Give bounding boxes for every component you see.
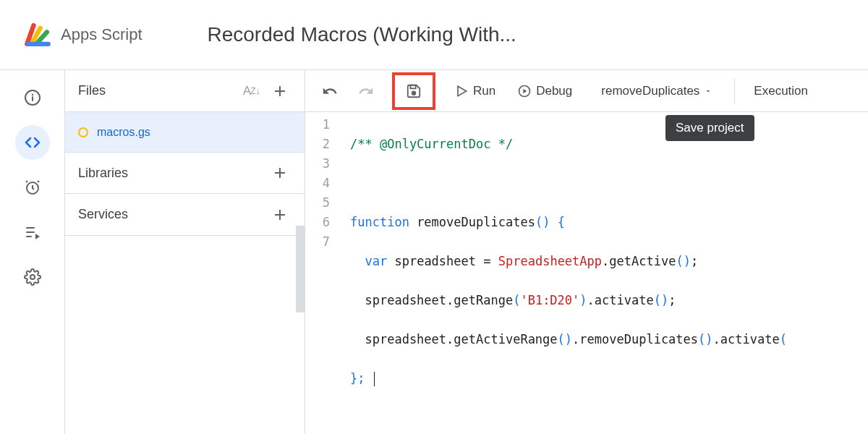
debug-label: Debug [536, 84, 572, 98]
svg-point-8 [30, 275, 35, 279]
toolbar-divider [734, 78, 735, 104]
files-panel: Files AZ↓ macros.gs Libraries Services [65, 70, 305, 434]
nav-settings[interactable] [15, 260, 50, 294]
services-section: Services [65, 194, 305, 236]
nav-overview[interactable] [15, 80, 50, 115]
debug-button[interactable]: Debug [510, 77, 579, 106]
services-label: Services [78, 207, 128, 222]
code-content[interactable]: /** @OnlyCurrentDoc */ function removeDu… [336, 115, 868, 434]
add-library-button[interactable] [268, 161, 292, 184]
save-button-highlight [392, 72, 435, 110]
svg-marker-7 [35, 234, 40, 239]
files-header: Files AZ↓ [65, 70, 305, 112]
editor-area: Run Debug removeDuplicates Execution Sav… [305, 70, 868, 434]
text-cursor [374, 372, 375, 386]
add-file-button[interactable] [268, 80, 292, 103]
save-tooltip: Save project [665, 115, 754, 141]
editor-toolbar: Run Debug removeDuplicates Execution [305, 70, 868, 112]
file-name: macros.gs [97, 126, 150, 139]
redo-button[interactable] [352, 77, 380, 106]
nav-rail [0, 70, 65, 434]
run-label: Run [473, 84, 495, 98]
execution-log-button[interactable]: Execution [748, 84, 814, 98]
line-gutter: 1 2 3 4 5 6 7 [305, 115, 336, 434]
file-item-macros[interactable]: macros.gs [65, 112, 305, 152]
app-name: Apps Script [61, 25, 142, 44]
main: Files AZ↓ macros.gs Libraries Services [0, 70, 868, 434]
add-service-button[interactable] [268, 203, 292, 226]
nav-editor[interactable] [15, 125, 50, 160]
files-scrollbar[interactable] [296, 226, 305, 312]
svg-point-16 [412, 91, 416, 95]
undo-button[interactable] [315, 77, 344, 106]
run-button[interactable]: Run [447, 77, 503, 106]
nav-executions[interactable] [15, 215, 50, 250]
chevron-down-icon [704, 87, 712, 95]
files-header-label: Files [78, 83, 106, 98]
apps-script-logo-icon [22, 19, 54, 51]
svg-rect-15 [410, 85, 415, 88]
sort-button[interactable]: AZ↓ [243, 84, 260, 98]
unsaved-indicator-icon [78, 127, 88, 137]
code-editor[interactable]: 1 2 3 4 5 6 7 /** @OnlyCurrentDoc */ fun… [305, 112, 868, 434]
header: Apps Script Recorded Macros (Working Wit… [0, 0, 868, 70]
libraries-label: Libraries [78, 166, 128, 181]
save-button[interactable] [396, 77, 431, 106]
app-logo-group: Apps Script [22, 19, 142, 51]
svg-marker-17 [458, 86, 467, 95]
project-title[interactable]: Recorded Macros (Working With... [208, 23, 516, 46]
function-selected-name: removeDuplicates [601, 84, 699, 98]
function-selector[interactable]: removeDuplicates [592, 77, 721, 106]
nav-triggers[interactable] [15, 170, 50, 205]
libraries-section: Libraries [65, 152, 305, 194]
svg-marker-19 [524, 88, 527, 93]
